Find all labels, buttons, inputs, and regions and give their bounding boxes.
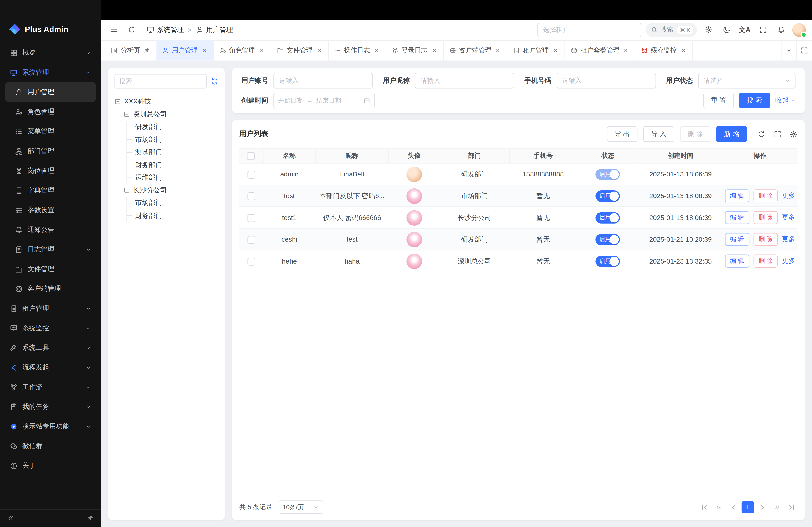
create-time-range-input[interactable]: 开始日期 → 结束日期 <box>273 93 375 108</box>
row-checkbox[interactable] <box>247 236 255 243</box>
edit-button[interactable]: 编 辑 <box>725 189 749 202</box>
export-button[interactable]: 导 出 <box>607 126 638 142</box>
row-checkbox[interactable] <box>247 214 255 222</box>
collapse-node-icon[interactable] <box>123 187 130 194</box>
more-link[interactable]: 更多 <box>782 213 795 222</box>
tree-node[interactable]: 研发部门 <box>132 121 218 133</box>
table-row[interactable]: ceshitest研发部门暂无启用2025-01-21 10:20:39编 辑删… <box>239 229 798 250</box>
user-avatar-menu[interactable] <box>792 23 806 36</box>
collapse-node-icon[interactable] <box>123 111 130 118</box>
delete-button[interactable]: 删 除 <box>753 233 778 246</box>
language-button[interactable]: 文A <box>738 23 752 36</box>
sidebar-item-param-settings[interactable]: 参数设置 <box>5 200 96 220</box>
tab-user-mgmt[interactable]: 用户管理 <box>156 40 214 61</box>
page-next-button[interactable] <box>756 501 768 513</box>
close-tab-icon[interactable] <box>316 47 322 54</box>
column-settings-icon[interactable] <box>790 130 797 138</box>
row-checkbox[interactable] <box>247 257 255 265</box>
sidebar-item-overview[interactable]: 概览 <box>5 43 96 63</box>
tree-node[interactable]: 市场部门 <box>132 197 218 209</box>
tab-login-log[interactable]: 登录日志 <box>386 40 444 61</box>
sidebar-item-about[interactable]: 关于 <box>5 456 96 476</box>
status-switch[interactable]: 启用 <box>596 255 620 267</box>
status-switch[interactable]: 启用 <box>596 190 620 202</box>
sidebar-item-sys-monitor[interactable]: 系统监控 <box>5 318 96 338</box>
delete-button[interactable]: 删 除 <box>680 126 711 142</box>
tree-node[interactable]: 市场部门 <box>132 133 218 146</box>
tree-search-input[interactable] <box>114 74 207 88</box>
pin-icon[interactable] <box>143 47 150 54</box>
reset-button[interactable]: 重 置 <box>703 93 734 108</box>
refresh-table-icon[interactable] <box>758 130 765 138</box>
tenant-select-input[interactable] <box>537 22 641 37</box>
edit-button[interactable]: 编 辑 <box>725 211 749 224</box>
page-prev-button[interactable] <box>727 501 739 513</box>
sidebar-item-client-mgmt[interactable]: 客户端管理 <box>5 279 96 298</box>
sidebar-item-post-mgmt[interactable]: 岗位管理 <box>5 161 96 181</box>
tree-node[interactable]: 财务部门 <box>132 159 218 171</box>
tabs-dropdown-button[interactable] <box>781 40 796 61</box>
close-tab-icon[interactable] <box>552 47 559 54</box>
search-button[interactable]: 搜 索 <box>739 93 770 108</box>
edit-button[interactable]: 编 辑 <box>725 233 749 246</box>
row-checkbox[interactable] <box>247 171 255 178</box>
tree-node[interactable]: 运维部门 <box>132 171 218 184</box>
sidebar-item-my-tasks[interactable]: 我的任务 <box>5 397 96 417</box>
more-link[interactable]: 更多 <box>782 257 795 266</box>
sidebar-pin-icon[interactable] <box>87 515 94 522</box>
breadcrumb-item-system[interactable]: 系统管理 <box>147 25 184 34</box>
sidebar-item-log-mgmt[interactable]: 日志管理 <box>5 240 96 259</box>
page-size-select[interactable]: 10条/页 <box>278 500 323 514</box>
sidebar-item-notice[interactable]: 通知公告 <box>5 220 96 240</box>
sidebar-item-file-mgmt[interactable]: 文件管理 <box>5 259 96 279</box>
nickname-input[interactable] <box>415 73 514 89</box>
sidebar-item-wechat-group[interactable]: 微信群 <box>5 436 96 456</box>
collapse-node-icon[interactable] <box>114 98 121 105</box>
menu-toggle-button[interactable] <box>107 23 121 36</box>
table-row[interactable]: adminLinaBell研发部门15888888888启用2025-01-13… <box>239 163 798 185</box>
page-last-button[interactable] <box>785 501 798 513</box>
tab-role-mgmt[interactable]: 角色管理 <box>214 40 271 61</box>
tree-node[interactable]: 测试部门 <box>132 146 218 159</box>
tab-tenant-package-mgmt[interactable]: 租户套餐管理 <box>565 40 635 61</box>
add-button[interactable]: 新 增 <box>716 126 747 142</box>
row-checkbox[interactable] <box>247 192 255 200</box>
sidebar-item-role-mgmt[interactable]: 角色管理 <box>5 102 96 121</box>
close-tab-icon[interactable] <box>495 47 502 54</box>
account-input[interactable] <box>273 73 373 89</box>
fullscreen-button[interactable] <box>756 23 770 36</box>
table-row[interactable]: test1仅本人 密码666666长沙分公司暂无启用2025-01-13 18:… <box>239 207 798 228</box>
sidebar-item-tenant-mgmt[interactable]: 租户管理 <box>5 299 96 318</box>
sidebar-item-dict-mgmt[interactable]: 字典管理 <box>5 181 96 200</box>
table-fullscreen-icon[interactable] <box>774 130 781 138</box>
tab-cache-monitor[interactable]: 缓存监控 <box>635 40 693 61</box>
close-tab-icon[interactable] <box>680 47 687 54</box>
table-row[interactable]: hehehaha深圳总公司暂无启用2025-01-23 13:32:35编 辑删… <box>239 250 798 272</box>
sidebar-collapse-icon[interactable] <box>7 515 14 522</box>
edit-button[interactable]: 编 辑 <box>725 255 749 268</box>
tab-client-mgmt[interactable]: 客户端管理 <box>444 40 508 61</box>
close-tab-icon[interactable] <box>373 47 380 54</box>
more-link[interactable]: 更多 <box>782 235 795 244</box>
phone-input[interactable] <box>556 73 656 89</box>
sidebar-item-sys-tools[interactable]: 系统工具 <box>5 338 96 358</box>
sidebar-item-dept-mgmt[interactable]: 部门管理 <box>5 141 96 161</box>
close-tab-icon[interactable] <box>431 47 437 54</box>
status-switch[interactable]: 启用 <box>596 212 620 223</box>
sidebar-item-demo-features[interactable]: 演示站专用功能 <box>5 417 96 436</box>
status-switch[interactable]: 启用 <box>596 168 620 180</box>
content-fullscreen-button[interactable] <box>796 40 812 61</box>
status-switch[interactable]: 启用 <box>596 234 620 245</box>
table-row[interactable]: test本部门及以下 密码6...市场部门暂无启用2025-01-13 18:0… <box>239 185 798 207</box>
tree-node[interactable]: 深圳总公司 <box>123 108 218 121</box>
tab-tenant-mgmt[interactable]: 租户管理 <box>508 40 565 61</box>
close-tab-icon[interactable] <box>258 47 265 54</box>
tree-node[interactable]: 财务部门 <box>132 209 218 222</box>
breadcrumb-item-user-mgmt[interactable]: 用户管理 <box>196 25 233 34</box>
page-number-current[interactable]: 1 <box>742 501 754 513</box>
delete-button[interactable]: 删 除 <box>753 189 778 202</box>
select-all-checkbox[interactable] <box>247 152 255 160</box>
refresh-page-button[interactable] <box>125 23 138 36</box>
sidebar-item-user-mgmt[interactable]: 用户管理 <box>5 82 96 102</box>
page-fwd5-button[interactable] <box>770 501 783 513</box>
